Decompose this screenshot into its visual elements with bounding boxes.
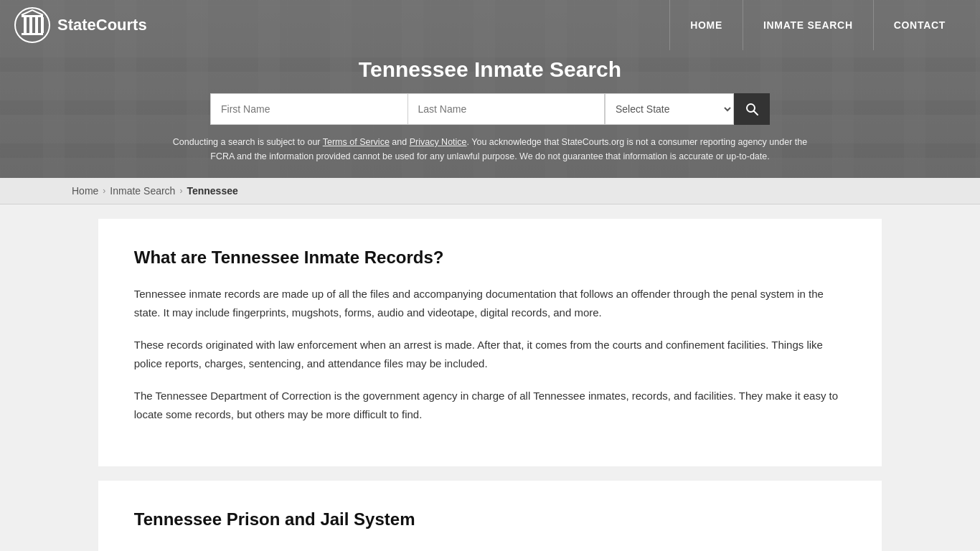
nav-inmate-search[interactable]: INMATE SEARCH <box>743 0 873 50</box>
search-icon <box>745 102 759 116</box>
svg-rect-2 <box>22 15 43 17</box>
site-name: StateCourts <box>57 16 147 34</box>
svg-line-8 <box>754 111 758 116</box>
svg-rect-4 <box>29 17 32 33</box>
section-1-card: What are Tennessee Inmate Records? Tenne… <box>98 219 882 466</box>
section-1-para-3: The Tennessee Department of Correction i… <box>134 387 847 423</box>
privacy-link[interactable]: Privacy Notice <box>410 137 467 147</box>
state-select[interactable]: Select StateAlabamaAlaskaArizonaArkansas… <box>605 93 734 125</box>
svg-rect-5 <box>35 17 38 33</box>
hero-section: StateCourts HOME INMATE SEARCH CONTACT T… <box>0 0 980 178</box>
section-1-title: What are Tennessee Inmate Records? <box>134 248 847 268</box>
logo-icon <box>14 7 50 43</box>
last-name-input[interactable] <box>407 93 606 125</box>
svg-rect-3 <box>24 17 27 33</box>
section-2-title: Tennessee Prison and Jail System <box>134 509 847 529</box>
page-title: Tennessee Inmate Search <box>359 57 621 82</box>
site-logo[interactable]: StateCourts <box>14 7 147 43</box>
terms-link[interactable]: Terms of Service <box>323 137 390 147</box>
first-name-input[interactable] <box>210 93 407 125</box>
search-button[interactable] <box>734 93 770 125</box>
section-2-card: Tennessee Prison and Jail System <box>98 481 882 551</box>
breadcrumb: Home › Inmate Search › Tennessee <box>0 178 980 204</box>
main-content: What are Tennessee Inmate Records? Tenne… <box>0 204 980 551</box>
breadcrumb-sep-1: › <box>103 186 105 196</box>
breadcrumb-home[interactable]: Home <box>72 185 98 197</box>
hero-content: Tennessee Inmate Search Select StateAlab… <box>0 50 980 178</box>
breadcrumb-inmate-search[interactable]: Inmate Search <box>110 185 175 197</box>
svg-rect-6 <box>41 17 44 33</box>
top-nav: StateCourts HOME INMATE SEARCH CONTACT <box>0 0 980 50</box>
breadcrumb-current: Tennessee <box>187 185 237 197</box>
nav-home[interactable]: HOME <box>669 0 743 50</box>
nav-contact[interactable]: CONTACT <box>873 0 966 50</box>
section-1-para-1: Tennessee inmate records are made up of … <box>134 285 847 321</box>
section-1-para-2: These records originated with law enforc… <box>134 336 847 372</box>
svg-rect-1 <box>22 33 43 35</box>
nav-links: HOME INMATE SEARCH CONTACT <box>669 0 966 50</box>
breadcrumb-sep-2: › <box>179 186 182 196</box>
legal-notice: Conducting a search is subject to our Te… <box>167 135 813 164</box>
search-bar: Select StateAlabamaAlaskaArizonaArkansas… <box>210 93 770 125</box>
